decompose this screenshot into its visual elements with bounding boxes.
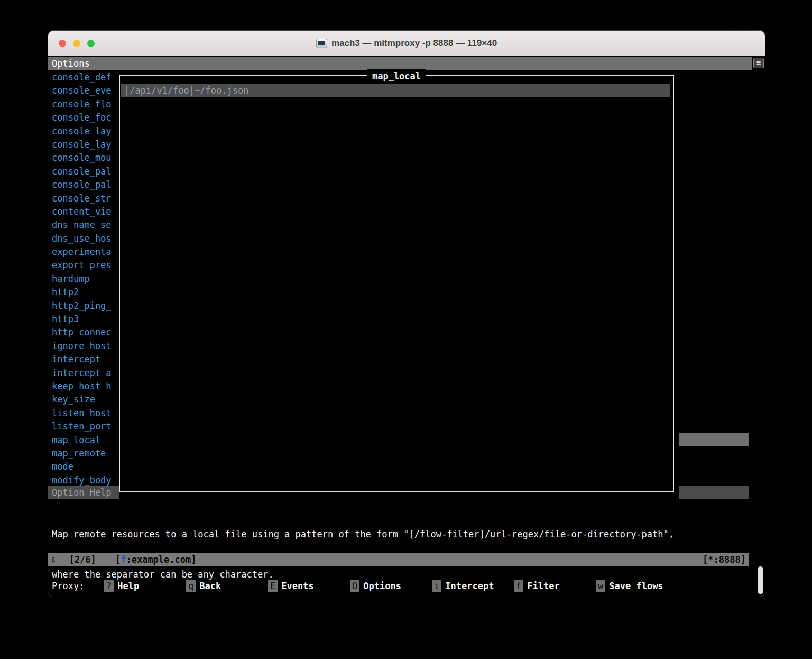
selected-option-highlight <box>679 433 749 446</box>
zoom-button[interactable] <box>87 40 95 47</box>
option-item[interactable]: key_size <box>48 393 119 406</box>
traffic-lights <box>59 40 95 47</box>
option-item[interactable]: dns_name_se <box>48 218 119 232</box>
terminal-app-icon <box>316 39 327 48</box>
option-item[interactable]: console_pal <box>48 165 119 178</box>
status-filter-key: f <box>121 554 126 565</box>
shortcut-back[interactable]: qBack <box>186 579 221 593</box>
status-listen-address: [*:8888] <box>703 553 746 566</box>
help-line: Map remote resources to a local file usi… <box>52 528 674 541</box>
shortcut-filter[interactable]: fFilter <box>514 579 560 593</box>
status-filter-rest: :example.com] <box>126 554 196 565</box>
map-local-value-input[interactable]: |/api/v1/foo|~/foo.json <box>121 84 670 97</box>
scroll-indicator-icon: ⇩ <box>51 554 56 565</box>
option-item[interactable]: export_pres <box>48 259 119 272</box>
option-item[interactable]: intercept_a <box>48 367 119 380</box>
options-header: Options <box>48 57 752 70</box>
option-item[interactable]: console_pal <box>48 178 119 191</box>
option-item[interactable]: console_str <box>48 192 119 205</box>
terminal-window: mach3 — mitmproxy -p 8888 — 119×40 Optio… <box>48 31 765 597</box>
option-item[interactable]: map_remote <box>48 447 119 460</box>
titlebar-center: mach3 — mitmproxy -p 8888 — 119×40 <box>316 38 497 49</box>
shortcut-label: Save flows <box>609 581 663 591</box>
option-item[interactable]: console_mou <box>48 151 119 164</box>
minimize-button[interactable] <box>73 40 80 47</box>
shortcut-options[interactable]: OOptions <box>350 579 401 593</box>
map-local-dialog: map_local |/api/v1/foo|~/foo.json <box>119 75 674 492</box>
option-item[interactable]: content_vie <box>48 205 119 218</box>
option-item[interactable]: ignore_host <box>48 340 119 353</box>
option-help-header: Option Help <box>48 486 119 499</box>
shortcut-label: Intercept <box>445 581 494 591</box>
option-item[interactable]: listen_port <box>48 420 119 433</box>
shortcut-help[interactable]: ?Help <box>104 579 139 593</box>
option-help-header-right <box>679 486 749 499</box>
shortcut-label: Filter <box>527 581 559 591</box>
option-item[interactable]: console_eve <box>48 84 119 97</box>
shortcut-key: ? <box>104 580 114 592</box>
shortcut-save-flows[interactable]: wSave flows <box>596 579 663 593</box>
shortcut-key: E <box>268 580 278 592</box>
titlebar[interactable]: mach3 — mitmproxy -p 8888 — 119×40 <box>48 31 765 56</box>
option-item[interactable]: modify_body <box>48 474 119 487</box>
command-bar: Proxy: ?HelpqBackEEventsOOptionsiInterce… <box>48 579 756 593</box>
option-item[interactable]: http3 <box>48 313 119 326</box>
status-filter-open: [ <box>115 554 121 565</box>
window-title: mach3 — mitmproxy -p 8888 — 119×40 <box>331 38 497 49</box>
shortcut-intercept[interactable]: iIntercept <box>432 579 494 593</box>
option-item[interactable]: http2 <box>48 286 119 299</box>
status-bar: ⇩ [2/6] [f:example.com] [*:8888] <box>48 553 749 566</box>
option-item[interactable]: experimenta <box>48 245 119 259</box>
option-item[interactable]: http2_ping_ <box>48 299 119 313</box>
terminal-screen: Options ≡ console_defconsole_eveconsole_… <box>48 56 765 597</box>
shortcut-label: Events <box>281 581 313 591</box>
scrollbar-thumb[interactable] <box>758 566 763 594</box>
option-item[interactable]: console_lay <box>48 138 119 151</box>
shortcut-key: O <box>350 580 359 592</box>
option-item[interactable]: dns_use_hos <box>48 232 119 245</box>
status-left: ⇩ [2/6] [f:example.com] <box>51 553 197 566</box>
shortcut-label: Help <box>117 581 139 591</box>
option-item[interactable]: intercept <box>48 353 119 366</box>
proxy-label: Proxy: <box>52 579 84 593</box>
close-button[interactable] <box>59 40 66 47</box>
option-item[interactable]: mode <box>48 460 119 473</box>
option-item[interactable]: listen_host <box>48 407 119 420</box>
option-item[interactable]: hardump <box>48 272 119 286</box>
status-filter: [f:example.com] <box>115 554 197 565</box>
option-item[interactable]: console_lay <box>48 125 119 138</box>
options-list: console_defconsole_eveconsole_floconsole… <box>48 71 119 487</box>
scrollbar-menu-icon[interactable]: ≡ <box>753 58 764 68</box>
option-item[interactable]: console_flo <box>48 98 119 111</box>
shortcut-key: i <box>432 580 441 592</box>
option-item[interactable]: map_local <box>48 434 119 447</box>
shortcut-events[interactable]: EEvents <box>268 579 314 593</box>
option-item[interactable]: console_def <box>48 71 119 84</box>
shortcut-label: Back <box>199 581 221 591</box>
shortcut-key: w <box>596 580 605 592</box>
status-position: [2/6] <box>69 554 96 565</box>
shortcut-key: q <box>186 580 196 592</box>
shortcut-label: Options <box>363 581 401 591</box>
option-item[interactable]: http_connec <box>48 326 119 339</box>
option-item[interactable]: keep_host_h <box>48 380 119 393</box>
shortcut-key: f <box>514 580 523 592</box>
dialog-title: map_local <box>367 69 426 83</box>
option-item[interactable]: console_foc <box>48 111 119 124</box>
